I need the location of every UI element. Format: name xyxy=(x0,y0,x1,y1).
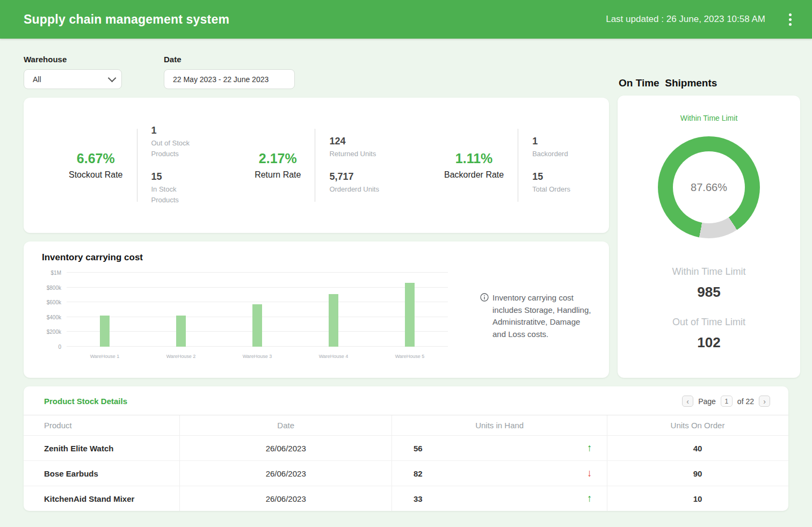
warehouse-select[interactable]: All xyxy=(24,69,122,89)
returned-units-stat: 124 Returned Units xyxy=(329,136,379,159)
backorder-rate-label: Backorder Rate xyxy=(444,170,504,180)
shipments-column: On Time Shipments Within Time Limit 87.6… xyxy=(618,55,800,378)
table-row: Bose Earbuds 26/06/2023 82 ↓ 90 xyxy=(24,460,788,486)
shipments-card: Within Time Limit 87.66% Within Time Lim… xyxy=(618,96,800,378)
total-orders-stat: 15 Total Orders xyxy=(532,171,570,195)
stockout-rate-value: 6.67% xyxy=(69,151,123,166)
bar xyxy=(329,294,338,347)
inventory-note: Inventory carrying cost includes Storage… xyxy=(480,292,593,359)
divider xyxy=(137,129,137,202)
page-label: Page xyxy=(698,397,716,406)
x-tick-label: WareHouse 4 xyxy=(295,354,372,359)
units-in-hand-cell: 82 ↓ xyxy=(392,461,607,486)
stat-value: 5,717 xyxy=(329,171,379,182)
divider xyxy=(518,129,518,202)
prev-page-button[interactable]: ‹ xyxy=(682,396,693,407)
donut-top-label: Within Time Limit xyxy=(680,114,738,122)
kpi-summary-card: 6.67% Stockout Rate 1 Out of Stock Produ… xyxy=(24,98,609,233)
units-on-order-cell: 40 xyxy=(607,436,787,460)
product-cell: Zenith Elite Watch xyxy=(24,436,179,460)
app-title: Supply chain management system xyxy=(24,12,229,27)
inventory-note-text: Inventory carrying cost includes Storage… xyxy=(492,292,593,359)
date-label: Date xyxy=(164,55,295,64)
bar xyxy=(100,316,110,347)
units-in-hand-cell: 33 ↑ xyxy=(392,486,607,511)
units-in-hand-value: 56 xyxy=(414,444,423,453)
date-cell: 26/06/2023 xyxy=(179,436,391,460)
warehouse-filter: Warehouse All xyxy=(24,55,122,89)
out-of-stock-stat: 1 Out of Stock Products xyxy=(151,125,190,159)
date-range-input[interactable]: 22 May 2023 - 22 June 2023 xyxy=(164,69,295,89)
within-time-limit-stat: Within Time Limit 985 xyxy=(672,266,745,301)
stat-label: Orderderd Units xyxy=(329,184,379,195)
stat-label: Out of Time Limit xyxy=(672,317,745,328)
bar xyxy=(176,316,186,347)
inventory-cost-card: Inventory carrying cost 0$200k$400k$600k… xyxy=(24,241,609,378)
units-on-order-cell: 90 xyxy=(607,461,787,486)
return-group: 2.17% Return Rate 124 Returned Units 5,7… xyxy=(255,129,379,202)
bar-chart: 0$200k$400k$600k$800k$1M WareHouse 1Ware… xyxy=(42,273,448,359)
stat-value: 985 xyxy=(672,284,745,301)
warehouse-label: Warehouse xyxy=(24,55,122,64)
x-tick-label: WareHouse 5 xyxy=(372,354,448,359)
y-tick-label: $1M xyxy=(51,270,61,276)
x-tick-label: WareHouse 3 xyxy=(219,354,295,359)
y-tick-label: 0 xyxy=(58,344,61,350)
ordered-units-stat: 5,717 Orderderd Units xyxy=(329,171,379,195)
in-stock-stat: 15 In Stock Products xyxy=(151,171,190,206)
trend-arrow-icon: ↑ xyxy=(587,442,592,454)
stockout-rate-label: Stockout Rate xyxy=(69,170,123,180)
stat-value: 1 xyxy=(532,136,570,147)
main-column: Warehouse All Date 22 May 2023 - 22 June… xyxy=(24,55,609,378)
product-stock-card: Product Stock Details ‹ Page 1 of 22 › P… xyxy=(24,386,788,511)
units-in-hand-value: 82 xyxy=(414,469,423,478)
stat-label: Backorderd xyxy=(532,149,570,159)
y-tick-label: $400k xyxy=(47,314,61,320)
plot-area xyxy=(67,273,448,347)
product-cell: KitchenAid Stand Mixer xyxy=(24,486,179,511)
column-header-date: Date xyxy=(179,415,391,435)
y-tick-label: $600k xyxy=(47,299,61,305)
column-header-units-on-order: Units On Order xyxy=(607,415,787,435)
shipments-title: On Time Shipments xyxy=(619,77,800,89)
trend-arrow-icon: ↓ xyxy=(587,467,592,479)
trend-arrow-icon: ↑ xyxy=(587,493,592,504)
stat-label: In Stock Products xyxy=(151,184,190,206)
stockout-group: 6.67% Stockout Rate 1 Out of Stock Produ… xyxy=(69,125,190,206)
backordered-stat: 1 Backorderd xyxy=(532,136,570,159)
stat-label: Within Time Limit xyxy=(672,266,745,277)
x-axis-labels: WareHouse 1WareHouse 2WareHouse 3WareHou… xyxy=(67,354,448,359)
date-filter: Date 22 May 2023 - 22 June 2023 xyxy=(164,55,295,89)
filters-row: Warehouse All Date 22 May 2023 - 22 June… xyxy=(24,55,609,89)
backorder-rate-value: 1.11% xyxy=(444,151,504,166)
table-row: KitchenAid Stand Mixer 26/06/2023 33 ↑ 1… xyxy=(24,486,788,511)
date-cell: 26/06/2023 xyxy=(179,461,391,486)
column-header-units-in-hand: Units in Hand xyxy=(392,415,607,435)
table-title: Product Stock Details xyxy=(44,397,127,406)
return-rate-value: 2.17% xyxy=(255,151,301,166)
units-on-order-cell: 10 xyxy=(607,486,787,511)
current-page-input[interactable]: 1 xyxy=(721,396,733,407)
date-cell: 26/06/2023 xyxy=(179,486,391,511)
donut-center-value: 87.66% xyxy=(691,181,727,194)
donut-hole: 87.66% xyxy=(673,151,745,223)
stat-value: 124 xyxy=(329,136,379,147)
column-header-product: Product xyxy=(24,415,179,435)
inventory-chart-title: Inventory carrying cost xyxy=(42,252,593,263)
stat-value: 15 xyxy=(532,171,570,182)
next-page-button[interactable]: › xyxy=(759,396,770,407)
stat-label: Returned Units xyxy=(329,149,379,159)
units-in-hand-cell: 56 ↑ xyxy=(392,436,607,460)
date-range-value: 22 May 2023 - 22 June 2023 xyxy=(173,75,269,84)
x-tick-label: WareHouse 2 xyxy=(143,354,219,359)
stat-value: 1 xyxy=(151,125,190,136)
bar xyxy=(252,304,262,347)
table-row: Zenith Elite Watch 26/06/2023 56 ↑ 40 xyxy=(24,436,788,460)
backorder-group: 1.11% Backorder Rate 1 Backorderd 15 Tot… xyxy=(444,129,570,202)
product-stock-table: Product Date Units in Hand Units On Orde… xyxy=(24,415,788,511)
kebab-menu-icon[interactable] xyxy=(785,9,796,30)
page-count-label: of 22 xyxy=(737,397,754,406)
return-rate-label: Return Rate xyxy=(255,170,301,180)
app-header: Supply chain management system Last upda… xyxy=(0,0,812,39)
bar xyxy=(405,283,415,347)
